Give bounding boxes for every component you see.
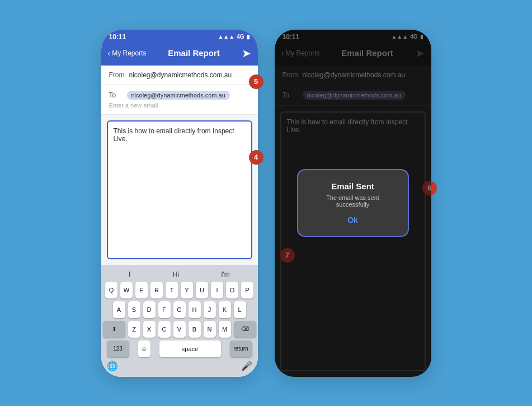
to-field-left: To nicoleg@dynamicmethods.com.au Enter a… [101,85,258,115]
key-p[interactable]: P [241,282,253,298]
content-left: From nicoleg@dynamicmethods.com.au To ni… [101,66,258,377]
left-phone-wrapper: 5 4 10:11 ▲▲▲ 4G ▮ ‹ My Reports Email Re… [101,30,258,377]
kb-row-1: Q W E R T Y U I O P [103,282,256,298]
dialog-message: The email was sent successfully [312,194,394,208]
key-s[interactable]: S [128,301,140,318]
to-placeholder-left[interactable]: Enter a new email [109,102,158,109]
key-n[interactable]: N [204,321,216,338]
key-y[interactable]: Y [181,282,193,298]
key-e[interactable]: E [135,282,148,298]
globe-icon[interactable]: 🌐 [107,361,118,371]
key-123[interactable]: 123 [107,340,129,357]
from-label-left: From [109,71,125,79]
keyboard-left[interactable]: I Hi I'm Q W E R T Y U I O P A [101,265,258,377]
key-k[interactable]: K [219,301,231,318]
step-badge-4: 4 [249,150,263,165]
key-l[interactable]: L [234,301,246,318]
key-r[interactable]: R [150,282,163,298]
key-h[interactable]: H [189,301,201,318]
key-a[interactable]: A [113,301,125,318]
key-emoji[interactable]: ☺ [138,340,150,357]
from-field-left: From nicoleg@dynamicmethods.com.au [101,66,258,85]
key-u[interactable]: U [196,282,208,298]
nav-back-left[interactable]: ‹ My Reports [108,49,147,58]
nav-title-left: Email Report [168,48,220,58]
key-c[interactable]: C [158,321,171,338]
status-icons-left: ▲▲▲ 4G ▮ [218,34,249,40]
right-phone: 10:11 ▲▲▲ 4G ▮ ‹ My Reports Email Report… [275,30,431,377]
signal-icon-left: ▲▲▲ [218,34,234,40]
key-t[interactable]: T [166,282,178,298]
suggestion-hi[interactable]: Hi [173,270,179,278]
to-label-left: To [109,91,125,99]
network-left: 4G [237,34,244,40]
key-f[interactable]: F [158,301,171,318]
content-right: From nicoleg@dynamicmethods.com.au To ni… [275,66,431,377]
key-z[interactable]: Z [128,321,140,338]
kb-bottom-2: 🌐 🎤 [103,361,256,371]
suggestion-i[interactable]: I [129,270,130,278]
status-bar-left: 10:11 ▲▲▲ 4G ▮ [101,30,258,43]
mic-icon[interactable]: 🎤 [241,361,252,371]
right-phone-wrapper: 6 7 10:11 ▲▲▲ 4G ▮ ‹ My Reports Email Re… [275,30,431,377]
back-label-left: My Reports [112,49,146,57]
key-w[interactable]: W [120,282,133,298]
key-shift[interactable]: ⬆ [103,321,125,338]
key-o[interactable]: O [226,282,238,298]
kb-row-2: A S D F G H J K L [103,301,256,318]
email-body-left[interactable]: This is how to email directly from Inspe… [107,120,252,259]
send-button-left[interactable]: ➤ [242,46,251,60]
dialog-title: Email Sent [312,181,394,191]
dialog-overlay: Email Sent The email was sent successful… [275,30,431,377]
step-badge-5: 5 [249,74,263,89]
from-value-left: nicoleg@dynamicmethods.com.au [129,71,232,79]
kb-bottom: 123 ☺ space return [103,340,256,357]
dialog-ok-button[interactable]: Ok [312,216,394,225]
kb-suggestions: I Hi I'm [103,268,256,282]
key-q[interactable]: Q [105,282,117,298]
key-d[interactable]: D [143,301,156,318]
left-phone: 10:11 ▲▲▲ 4G ▮ ‹ My Reports Email Report… [101,30,258,377]
key-v[interactable]: V [173,321,186,338]
key-g[interactable]: G [173,301,186,318]
key-b[interactable]: B [189,321,201,338]
key-j[interactable]: J [204,301,216,318]
battery-left: ▮ [247,34,250,40]
nav-bar-left: ‹ My Reports Email Report ➤ [101,43,258,66]
key-backspace[interactable]: ⌫ [234,321,256,338]
back-chevron-left: ‹ [108,49,111,58]
to-chip-left[interactable]: nicoleg@dynamicmethods.com.au [127,91,230,100]
status-time-left: 10:11 [109,33,126,41]
key-return[interactable]: return [230,340,252,357]
key-space[interactable]: space [159,340,221,357]
key-m[interactable]: M [219,321,231,338]
key-x[interactable]: X [143,321,156,338]
suggestion-im[interactable]: I'm [221,270,230,278]
key-i[interactable]: I [211,282,223,298]
kb-row-3: ⬆ Z X C V B N M ⌫ [103,321,256,338]
dialog-box: Email Sent The email was sent successful… [297,169,409,237]
